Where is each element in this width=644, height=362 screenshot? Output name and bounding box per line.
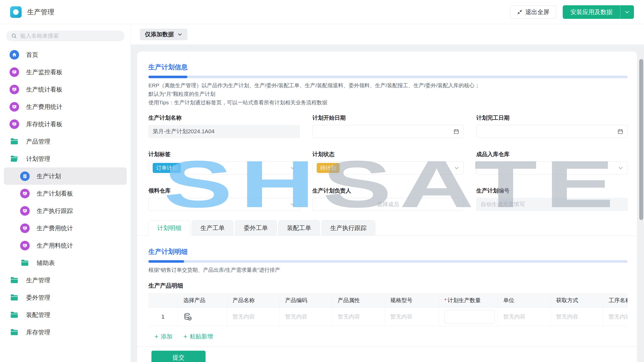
calendar-icon xyxy=(453,128,459,134)
plus-icon: + xyxy=(183,334,187,339)
sidebar-item-production-exec-tracking[interactable]: 生产执行跟踪 xyxy=(0,202,131,219)
exit-fullscreen-button[interactable]: 退出全屏 xyxy=(510,6,556,19)
col-plan-qty: *计划生产数量 xyxy=(439,294,498,307)
tab-production-workorder[interactable]: 生产工单 xyxy=(192,220,233,236)
form-card: 生产计划信息 ERP（离散生产管理）以产品作为生产计划、生产/委外/装配工单、生… xyxy=(137,52,637,362)
material-warehouse-select[interactable] xyxy=(148,198,300,211)
sidebar-item-production-cost-stats[interactable]: 生产费用统计 xyxy=(0,98,131,115)
plan-qty-cell xyxy=(439,307,498,326)
sidebar-item-inventory-mgmt[interactable]: 库存管理 xyxy=(0,324,131,341)
field-finish-date: 计划完工日期 xyxy=(476,114,628,138)
field-label: 领料仓库 xyxy=(148,187,300,194)
sidebar-item-label: 计划管理 xyxy=(26,155,50,163)
required-asterisk: * xyxy=(445,297,447,303)
sidebar-item-outsourcing-mgmt[interactable]: 委外管理 xyxy=(0,289,131,306)
sidebar-item-production-material-stats[interactable]: 生产用料统计 xyxy=(0,237,131,254)
sidebar-item-production-plan[interactable]: 生产计划 xyxy=(4,167,127,185)
paste-add-label: 粘贴新增 xyxy=(190,333,213,340)
submit-button[interactable]: 提交 xyxy=(151,351,206,362)
folder-icon xyxy=(10,293,19,302)
plan-status-select[interactable]: 待计划 xyxy=(312,161,464,174)
sidebar-item-label: 生产监控看板 xyxy=(26,68,62,76)
tab-plan-detail[interactable]: 计划明细 xyxy=(148,220,190,236)
sidebar-item-label: 生产计划 xyxy=(37,172,61,180)
search-placeholder: 输入名称来搜索 xyxy=(20,32,59,40)
search-icon xyxy=(11,33,17,39)
add-row-button[interactable]: + 添加 xyxy=(154,333,172,340)
plan-number-input: 自动生成无需填写 xyxy=(476,198,628,211)
sidebar-search-input[interactable]: 输入名称来搜索 xyxy=(6,31,125,41)
col-product-attr: 产品属性 xyxy=(332,294,385,307)
field-material-warehouse: 领料仓库 xyxy=(148,187,300,211)
start-date-input[interactable] xyxy=(312,125,464,138)
col-spec-model: 规格型号 xyxy=(385,294,439,307)
app-logo-dot-icon xyxy=(13,9,19,15)
sidebar-item-product-mgmt[interactable]: 产品管理 xyxy=(0,133,131,150)
exit-fullscreen-icon xyxy=(517,9,523,15)
field-finished-warehouse: 成品入库仓库 xyxy=(476,151,628,174)
dashboard-icon xyxy=(10,119,19,129)
tab-assembly-workorder[interactable]: 装配工单 xyxy=(278,220,320,236)
plan-qty-input[interactable] xyxy=(445,310,495,324)
plan-name-input[interactable]: 第月-生产计划2024.1A04 xyxy=(148,125,300,138)
install-app-button-group: 安装应用及数据 xyxy=(563,5,634,19)
sidebar-item-production-stats-board[interactable]: 生产统计看板 xyxy=(0,81,131,98)
sidebar-item-auxiliary-tables[interactable]: 辅助表 xyxy=(0,254,131,272)
folder-icon xyxy=(10,137,19,146)
page: 生产管理 退出全屏 安装应用及数据 xyxy=(0,0,644,362)
main-content: 仅添加数据 生产计划信息 ERP（离散生产管理）以产品作为生产计划、生产/委外/… xyxy=(131,24,644,362)
field-label: 生产计划编号 xyxy=(476,187,628,194)
sidebar-item-label: 辅助表 xyxy=(37,259,55,267)
tab-outsourcing-workorder[interactable]: 委外工单 xyxy=(235,220,277,236)
field-label: 生产计划负责人 xyxy=(312,187,464,194)
database-check-icon xyxy=(183,312,227,321)
sidebar-item-production-mgmt[interactable]: 生产管理 xyxy=(0,272,131,289)
sidebar-item-production-monitor-board[interactable]: 生产监控看板 xyxy=(0,63,131,81)
sidebar-item-assembly-mgmt[interactable]: 装配管理 xyxy=(0,306,131,324)
sidebar-menu: 首页 生产监控看板 生产统计看板 生产费用统计 xyxy=(0,46,131,341)
field-label: 计划标签 xyxy=(148,151,300,158)
sidebar-item-label: 产品管理 xyxy=(26,138,50,146)
description-line: 默认为“月”颗粒度的生产计划 xyxy=(148,90,628,98)
section-title-plan-info: 生产计划信息 xyxy=(148,63,628,72)
vertical-scrollbar-thumb[interactable] xyxy=(639,59,643,220)
sidebar-item-plan-mgmt[interactable]: 计划管理 xyxy=(0,150,131,167)
chevron-down-icon xyxy=(624,9,630,15)
row-index-cell: 1 xyxy=(148,307,178,326)
sidebar-item-production-plan-board[interactable]: 生产计划看板 xyxy=(0,185,131,202)
table-cell-empty: 暂无内容 xyxy=(603,307,628,326)
add-data-mode-button[interactable]: 仅添加数据 xyxy=(140,29,187,40)
install-dropdown-button[interactable] xyxy=(620,9,634,15)
field-label: 生产计划名称 xyxy=(148,114,300,121)
select-product-cell[interactable] xyxy=(178,307,227,326)
section-title-plan-detail: 生产计划明细 xyxy=(148,247,628,256)
paste-add-button[interactable]: + 粘贴新增 xyxy=(183,333,213,340)
finish-date-input[interactable] xyxy=(476,125,628,138)
sidebar-item-inventory-stats-board[interactable]: 库存统计看板 xyxy=(0,115,131,133)
product-table-wrapper: 选择产品 产品名称 产品编码 产品属性 规格型号 *计划生产数量 单位 获取方式… xyxy=(148,293,628,326)
dashboard-icon xyxy=(10,67,19,77)
sidebar-item-label: 生产计划看板 xyxy=(37,190,73,198)
plan-tag-select[interactable]: 订单计划 xyxy=(148,161,300,174)
col-product-code: 产品编码 xyxy=(279,294,332,307)
sidebar-item-label: 装配管理 xyxy=(26,311,50,319)
plan-name-value: 第月-生产计划2024.1A04 xyxy=(153,128,215,135)
content-toolbar: 仅添加数据 xyxy=(131,24,644,44)
top-navbar: 生产管理 退出全屏 安装应用及数据 xyxy=(0,0,644,24)
chevron-down-icon xyxy=(618,165,623,171)
folder-icon xyxy=(10,310,19,320)
field-plan-number: 生产计划编号 自动生成无需填写 xyxy=(476,187,628,211)
plan-owner-picker[interactable]: 选择成员 xyxy=(312,198,464,211)
plan-info-progress-track xyxy=(148,76,628,78)
sidebar-item-home[interactable]: 首页 xyxy=(0,46,131,63)
tab-production-exec-tracking[interactable]: 生产执行跟踪 xyxy=(321,220,375,236)
sidebar-item-label: 首页 xyxy=(26,51,38,59)
field-label: 成品入库仓库 xyxy=(476,151,628,158)
table-cell-empty: 暂无内容 xyxy=(385,307,439,326)
sidebar-item-production-cost-stats-2[interactable]: 生产费用统计 xyxy=(0,219,131,237)
add-row-label: 添加 xyxy=(161,333,172,340)
plan-detail-description: 根据“销售订单交货期、产品出库/生产需求量表”进行排产 xyxy=(148,266,628,274)
install-app-button[interactable]: 安装应用及数据 xyxy=(563,8,620,16)
dashboard-icon xyxy=(20,206,30,216)
finished-warehouse-select[interactable] xyxy=(476,161,628,174)
